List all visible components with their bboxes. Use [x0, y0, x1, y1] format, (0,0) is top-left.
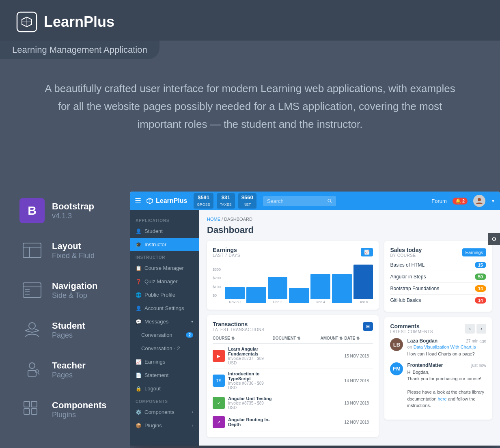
comment-time-1: just now: [471, 363, 486, 368]
comment-item-1: FM FrontendMatter just now Hi Bogdan,Tha…: [390, 362, 486, 409]
comment-link-anchor-0[interactable]: Data Visualization With Chart.js: [414, 345, 476, 349]
breadcrumb-home[interactable]: HOME: [207, 217, 220, 222]
app-main-content: HOME / DASHBOARD Dashboard Earnings LAST…: [199, 210, 500, 446]
feature-navigation[interactable]: Navigation Side & Top: [16, 270, 110, 310]
breadcrumb: HOME / DASHBOARD: [207, 217, 492, 222]
teacher-title: Teacher: [52, 360, 86, 371]
course-invoice-0: Invoice #8737 - $89 USD: [228, 356, 273, 365]
sidebar-item-logout[interactable]: 🔒 Logout: [130, 382, 199, 395]
plugins-arrow-icon: ›: [192, 423, 193, 428]
feature-components[interactable]: Components Plugins: [16, 390, 110, 429]
user-dropdown-icon[interactable]: ▼: [491, 199, 495, 203]
sidebar-item-quiz-manager[interactable]: ❓ Quiz Manager: [130, 275, 199, 288]
feature-bootstrap[interactable]: B Bootstrap v4.1.3: [16, 191, 110, 230]
components-icon: [19, 397, 45, 422]
tx-date-1: 14 NOV 2018: [345, 379, 373, 383]
app-body: APPLICATIONS 👤 Student 🎓 Instructor INST…: [130, 210, 500, 446]
sidebar-item-public-profile[interactable]: 🌐 Public Profile: [130, 288, 199, 302]
brand-name: LearnPlus: [44, 13, 114, 30]
sales-subtitle: BY COURSE: [390, 253, 422, 258]
features-list: B Bootstrap v4.1.3 Layout Fixed & Fluid: [0, 191, 126, 429]
sales-badge-3: 14: [475, 297, 486, 304]
course-invoice-1: Invoice #8736 - $89 USD: [228, 381, 273, 390]
layout-subtitle: Fixed & Fluid: [52, 252, 95, 260]
components-sidebar-icon: ⚙️: [136, 409, 141, 415]
earnings-subtitle: LAST 7 DAYS: [213, 253, 240, 258]
comment-body-1: FrontendMatter just now Hi Bogdan,Thank …: [407, 362, 486, 409]
svg-point-20: [478, 198, 481, 201]
feature-teacher[interactable]: Teacher Pages: [16, 350, 110, 390]
transactions-title: Transactions: [213, 321, 264, 327]
student-icon: [19, 317, 45, 342]
hamburger-icon[interactable]: ☰: [135, 196, 141, 205]
statement-icon: 📄: [136, 373, 141, 378]
sidebar-item-earnings[interactable]: 📈 Earnings: [130, 355, 199, 368]
forum-link[interactable]: Forum: [431, 198, 447, 204]
search-bar[interactable]: [263, 196, 336, 206]
sidebar-item-conversation-2[interactable]: Conversation - 2: [130, 342, 199, 355]
subtitle-text: Learning Management Application: [12, 45, 147, 55]
svg-rect-15: [31, 401, 37, 407]
app-window: ☰ LearnPlus $591 GROSS $31 TAXES $560 NE…: [130, 192, 500, 446]
components-arrow-icon: ›: [192, 410, 193, 414]
hero-section: A beautifully crafted user interface for…: [0, 59, 500, 150]
comments-title: Comments: [390, 323, 433, 330]
transactions-card: Transactions LATEST TRANSACTIONS ⊞ COURS…: [207, 315, 379, 437]
earnings-btn[interactable]: Earnings: [462, 248, 486, 256]
sales-item-2: Bootstrap Foundations 14: [390, 283, 486, 295]
feature-layout[interactable]: Layout Fixed & Fluid: [16, 230, 110, 270]
components-sidebar-label: Components: [144, 409, 175, 415]
right-column: Sales today BY COURSE Earnings Basics of…: [384, 241, 492, 443]
comments-header: Comments LATEST COMMENTS ‹ ›: [390, 323, 486, 334]
sidebar-item-plugins[interactable]: 📦 Plugins ›: [130, 419, 199, 432]
navigation-title: Navigation: [52, 281, 97, 291]
logo-icon: [16, 11, 37, 32]
user-avatar[interactable]: [473, 195, 485, 207]
settings-gear-button[interactable]: ⚙: [488, 233, 500, 245]
layout-title: Layout: [52, 241, 95, 252]
comment-body-0: Laza Bogdan 27 min ago on Data Visualiza…: [407, 338, 486, 358]
sidebar-item-statement[interactable]: 📄 Statement: [130, 368, 199, 382]
comment-text-0: How can I load Charts on a page?: [407, 351, 486, 358]
sidebar-item-student[interactable]: 👤 Student: [130, 224, 199, 238]
comment-navigation: ‹ ›: [465, 324, 486, 334]
bar-group-6: Dec 6: [353, 265, 373, 304]
sidebar-instructor-label: Instructor: [144, 241, 166, 248]
transactions-card-header: Transactions LATEST TRANSACTIONS ⊞: [213, 321, 373, 332]
earnings-title: Earnings: [213, 247, 240, 253]
sidebar-item-instructor[interactable]: 🎓 Instructor: [130, 238, 199, 251]
bar-group-3: [289, 288, 309, 304]
navigation-icon: [19, 278, 45, 303]
notification-badge[interactable]: 🔔 2: [453, 198, 468, 205]
col-document: DOCUMENT ⇅: [273, 336, 321, 340]
comment-prev-btn[interactable]: ‹: [465, 324, 475, 334]
comment-next-btn[interactable]: ›: [476, 324, 486, 334]
earnings-label: Earnings: [144, 359, 165, 365]
earnings-card-header: Earnings LAST 7 DAYS 📈: [213, 247, 373, 258]
sidebar-item-course-manager[interactable]: 📋 Course Manager: [130, 261, 199, 275]
svg-rect-16: [24, 409, 30, 414]
sidebar-item-components[interactable]: ⚙️ Components ›: [130, 405, 199, 419]
search-input[interactable]: [267, 198, 324, 204]
sidebar-item-conversation[interactable]: Conversation 2: [130, 328, 199, 342]
sidebar-item-account-settings[interactable]: 👤 Account Settings: [130, 302, 199, 315]
transactions-btn[interactable]: ⊞: [363, 322, 373, 331]
topbar-brand-name: LearnPlus: [156, 197, 187, 205]
logout-icon: 🔒: [136, 386, 141, 392]
svg-point-9: [29, 323, 35, 329]
sidebar-item-messages[interactable]: 💬 Messages ▾: [130, 315, 199, 328]
course-icon-1: TS: [213, 375, 225, 387]
earnings-chart-btn[interactable]: 📈: [361, 248, 373, 256]
sales-badge-0: 15: [475, 262, 486, 268]
svg-rect-11: [28, 370, 36, 376]
page-title: Dashboard: [207, 225, 492, 235]
bootstrap-icon: B: [19, 198, 45, 223]
student-title: Student: [52, 321, 85, 331]
comment-link-here[interactable]: here: [438, 396, 447, 401]
svg-line-19: [330, 202, 332, 203]
feature-student[interactable]: Student Pages: [16, 310, 110, 350]
components-subtitle: Plugins: [52, 411, 106, 419]
comment-author-1: FrontendMatter: [407, 362, 443, 368]
messages-label: Messages: [144, 319, 168, 325]
comment-text-1: Hi Bogdan,Thank you for purchasing our c…: [407, 369, 486, 409]
